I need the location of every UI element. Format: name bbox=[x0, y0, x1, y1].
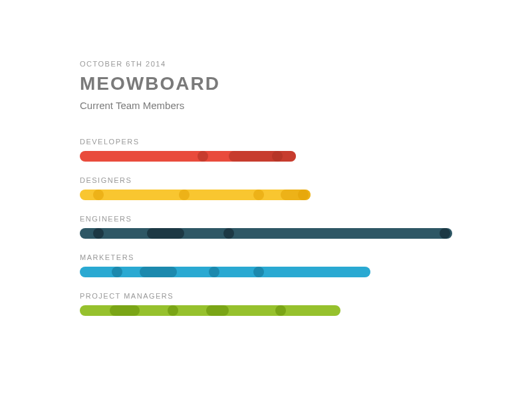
chart-date: OCTOBER 6TH 2014 bbox=[80, 60, 452, 68]
bar-row: DESIGNERS bbox=[80, 176, 452, 200]
bar-row: ENGINEERS bbox=[80, 215, 452, 239]
bar-marker-dot bbox=[272, 151, 283, 162]
bar-marker-dot bbox=[275, 305, 286, 316]
bar-marker-dot bbox=[253, 267, 264, 277]
bar-row-label: DEVELOPERS bbox=[80, 138, 452, 146]
chart-header: OCTOBER 6TH 2014 MEOWBOARD Current Team … bbox=[80, 60, 452, 111]
bar-row: MARKETERS bbox=[80, 253, 452, 277]
bar bbox=[80, 228, 452, 239]
chart-subtitle: Current Team Members bbox=[80, 100, 452, 111]
bar bbox=[80, 305, 340, 316]
chart-title: MEOWBOARD bbox=[80, 73, 452, 94]
bar bbox=[80, 190, 311, 200]
bar-marker-dot bbox=[198, 151, 208, 162]
bar-marker-dot bbox=[298, 190, 309, 200]
bar-marker-dot bbox=[168, 305, 178, 316]
bar-marker-dot bbox=[440, 228, 450, 239]
bar-marker-dot bbox=[93, 228, 104, 239]
bar-marker-dot bbox=[179, 190, 190, 200]
bar-row: DEVELOPERS bbox=[80, 138, 452, 162]
bar-row-label: MARKETERS bbox=[80, 253, 452, 261]
bar-marker-dot bbox=[223, 228, 234, 239]
bar-marker-pill bbox=[147, 228, 184, 239]
bar-marker-dot bbox=[93, 190, 104, 200]
bar bbox=[80, 267, 370, 277]
bar-row-label: PROJECT MANAGERS bbox=[80, 292, 452, 300]
bar-marker-dot bbox=[253, 190, 264, 200]
bar-row-label: ENGINEERS bbox=[80, 215, 452, 223]
bar-marker-dot bbox=[209, 267, 219, 277]
bar-marker-pill bbox=[206, 305, 229, 316]
chart-rows: DEVELOPERSDESIGNERSENGINEERSMARKETERSPRO… bbox=[80, 138, 452, 316]
bar-marker-pill bbox=[140, 267, 177, 277]
bar-row-label: DESIGNERS bbox=[80, 176, 452, 184]
bar bbox=[80, 151, 296, 162]
bar-marker-dot bbox=[112, 267, 122, 277]
bar-marker-pill bbox=[110, 305, 140, 316]
bar-marker-pill bbox=[229, 151, 296, 162]
bar-row: PROJECT MANAGERS bbox=[80, 292, 452, 316]
